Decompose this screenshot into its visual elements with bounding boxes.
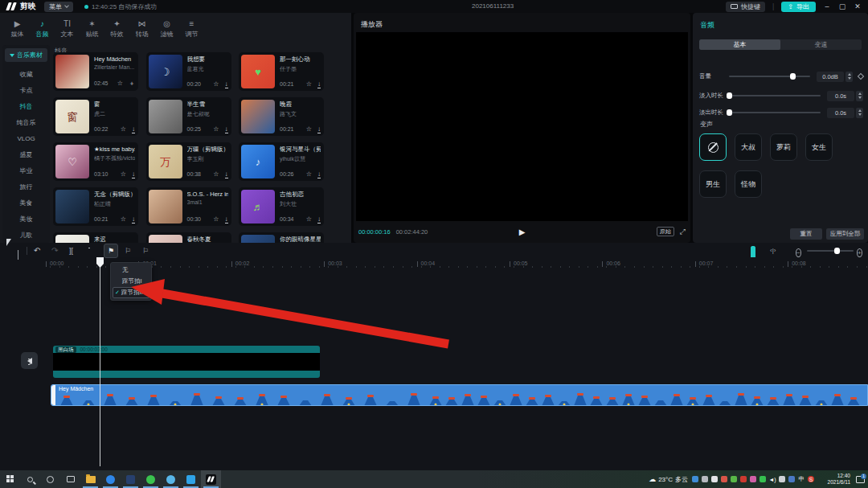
download-icon[interactable]: ↓	[317, 215, 321, 223]
undo-button[interactable]: ↶	[34, 245, 40, 256]
stocks-app[interactable]	[121, 470, 141, 488]
playhead-line[interactable]	[100, 259, 100, 466]
slider-track[interactable]	[729, 95, 821, 96]
favorite-star-icon[interactable]: ☆	[121, 125, 126, 133]
download-icon[interactable]: ↓	[132, 125, 135, 133]
reset-button[interactable]: 重置	[790, 228, 822, 240]
favorite-star-icon[interactable]: ☆	[117, 80, 123, 87]
close-button[interactable]: ✕	[854, 2, 862, 10]
favorite-star-icon[interactable]: ☆	[306, 125, 312, 133]
sidebar-item-VLOG[interactable]: VLOG	[2, 131, 50, 147]
inspector-tab-变速[interactable]: 变速	[780, 39, 862, 50]
favorite-star-icon[interactable]: ☆	[121, 170, 126, 178]
sidebar-item-毕业[interactable]: 毕业	[2, 163, 50, 179]
original-ratio-button[interactable]: 原始	[657, 227, 674, 236]
keyframe-diamond-icon[interactable]	[858, 73, 864, 80]
voice-option-none[interactable]	[699, 133, 727, 161]
download-icon[interactable]: ↓	[317, 80, 321, 88]
minimize-button[interactable]: –	[823, 2, 831, 10]
music-card[interactable]: S.O.S. - Herz in...3mal100:30☆↓	[146, 187, 231, 226]
value-stepper[interactable]	[856, 91, 863, 101]
tray-pink-icon[interactable]	[750, 476, 756, 482]
music-card[interactable]: 窗窗虎二00:22☆↓	[53, 97, 138, 136]
mute-track-button[interactable]	[21, 352, 38, 369]
menu-item-踩节拍II[interactable]: ✓踩节拍II	[113, 287, 149, 298]
download-icon[interactable]: ↓	[225, 215, 228, 223]
inspector-tab-基本[interactable]: 基本	[699, 39, 780, 50]
browser[interactable]	[100, 470, 121, 488]
nav-tab-贴纸[interactable]: ✶贴纸	[80, 13, 104, 45]
zoom-out-button[interactable]: −	[796, 247, 801, 258]
wechat[interactable]	[141, 470, 161, 488]
tray-green-icon[interactable]	[731, 476, 737, 482]
marker-button[interactable]: ⚐	[142, 245, 149, 256]
voice-option-怪物[interactable]: 怪物	[735, 170, 762, 198]
sidebar-item-盛夏[interactable]: 盛夏	[2, 147, 50, 163]
download-icon[interactable]: ↓	[225, 80, 228, 88]
music-card[interactable]: ♥那一刻心动任子墨00:21☆↓	[239, 52, 324, 91]
sidebar-item-卡点[interactable]: 卡点	[2, 83, 50, 99]
music-card[interactable]: 万万疆（剪辑版）李玉刚00:38☆↓	[146, 142, 231, 181]
sidebar-item-旅行[interactable]: 旅行	[2, 179, 50, 195]
slider-value[interactable]: 0.0s	[827, 91, 854, 101]
slider-track[interactable]	[729, 112, 821, 113]
tray-red-icon[interactable]	[721, 476, 727, 482]
value-stepper[interactable]	[845, 72, 853, 82]
music-card[interactable]: 无念（剪辑版）柏正晴00:21☆↓	[53, 187, 138, 226]
zoom-slider-handle[interactable]	[834, 248, 840, 254]
value-stepper[interactable]	[856, 108, 863, 118]
voice-option-大叔[interactable]: 大叔	[735, 133, 762, 161]
audio-clip[interactable]: Hey Mädchen	[51, 384, 868, 406]
play-button[interactable]: ▶	[519, 228, 526, 236]
nav-tab-媒体[interactable]: ▶媒体	[5, 13, 30, 45]
favorite-star-icon[interactable]: ☆	[213, 170, 219, 178]
music-card[interactable]: 半生雪是七叔呢00:25☆↓	[146, 97, 231, 136]
favorite-star-icon[interactable]: ☆	[306, 170, 312, 178]
menu-item-无[interactable]: 无	[113, 265, 149, 276]
download-icon[interactable]: ↓	[317, 125, 321, 133]
download-icon[interactable]: ↓	[225, 125, 228, 133]
qq[interactable]	[161, 470, 181, 488]
sidebar-item-美食[interactable]: 美食	[2, 195, 50, 211]
music-card[interactable]: ♬吉他初恋刘大壮00:34☆↓	[239, 187, 324, 226]
slider-handle[interactable]	[727, 109, 732, 116]
video-clip[interactable]: 黑白场 00:00:03:00	[53, 346, 320, 378]
file-explorer[interactable]	[80, 470, 100, 488]
sidebar-item-美妆[interactable]: 美妆	[2, 211, 50, 228]
task-view-button[interactable]	[60, 470, 80, 488]
download-icon[interactable]: ↓	[132, 170, 135, 178]
music-card[interactable]: 你的眼睛像星星	[239, 232, 324, 243]
music-card[interactable]: ♪银河与星斗（剪...yihuik苡慧00:26☆↓	[239, 142, 324, 181]
download-icon[interactable]: ↓	[132, 215, 135, 223]
action-center-button[interactable]: 1	[856, 476, 865, 483]
sidebar-item-抖音[interactable]: 抖音	[2, 99, 50, 115]
favorite-star-icon[interactable]: ☆	[213, 80, 219, 88]
capcut[interactable]	[201, 470, 221, 488]
zoom-in-button[interactable]: +	[857, 247, 862, 258]
split-button[interactable]: ][	[69, 245, 73, 256]
photos-app[interactable]	[181, 470, 201, 488]
sogou-icon[interactable]: S	[808, 476, 814, 482]
voice-option-女生[interactable]: 女生	[805, 133, 833, 161]
nav-tab-音频[interactable]: ♪音频	[30, 13, 55, 45]
network-icon[interactable]	[788, 476, 795, 482]
favorite-star-icon[interactable]: ☆	[306, 215, 312, 223]
voice-option-萝莉[interactable]: 萝莉	[770, 133, 797, 161]
music-card[interactable]: 来迟	[53, 232, 138, 243]
ime-icon[interactable]: 中	[798, 476, 805, 482]
add-to-timeline-icon[interactable]: ＋	[129, 79, 135, 88]
tray-chat-icon[interactable]	[760, 476, 766, 482]
defender-icon[interactable]	[692, 476, 698, 482]
sidebar-group-music[interactable]: 音乐素材	[5, 48, 47, 62]
mic-icon[interactable]	[711, 476, 718, 482]
menu-button[interactable]: 菜单	[44, 2, 73, 12]
search-button[interactable]	[20, 470, 40, 488]
weather-widget[interactable]: ☁ 23°C 多云	[649, 475, 688, 484]
tray-red2-icon[interactable]	[740, 476, 747, 482]
nav-tab-调节[interactable]: ≡调节	[179, 13, 204, 45]
cortana-button[interactable]	[40, 470, 60, 488]
music-card[interactable]: ☽我想要蓝君光00:20☆↓	[146, 52, 231, 91]
select-tool-button[interactable]	[6, 245, 11, 256]
nav-tab-文本[interactable]: TI文本	[55, 13, 80, 45]
voice-option-男生[interactable]: 男生	[699, 170, 727, 198]
